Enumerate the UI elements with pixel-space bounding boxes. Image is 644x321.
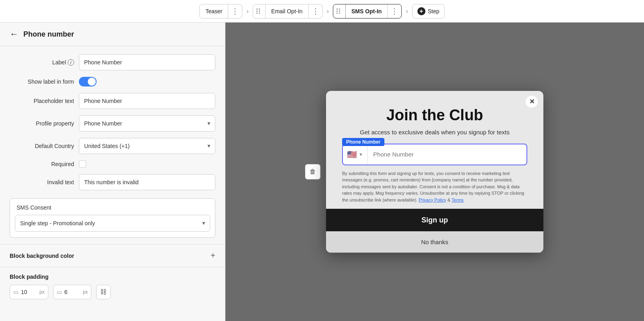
sms-optin-pill[interactable]: SMS Opt-In ⋮ xyxy=(333,4,402,19)
teaser-label: Teaser xyxy=(200,8,228,14)
sms-consent-box: SMS Consent Single step - Promotional on… xyxy=(10,198,215,238)
privacy-policy-link[interactable]: Privacy Policy xyxy=(419,198,446,202)
arrow-icon-2: › xyxy=(327,8,329,15)
label-info-icon[interactable]: i xyxy=(68,59,74,66)
modal-body-pad: By submitting this form and signing up f… xyxy=(326,170,543,204)
default-country-select[interactable]: United States (+1) Canada (+1) United Ki… xyxy=(79,138,215,154)
link-padding-button[interactable]: ⛓ xyxy=(96,285,111,299)
block-background-label: Block background color xyxy=(10,253,74,259)
modal-content: Join the Club Get access to exclusive de… xyxy=(326,91,543,165)
arrow-icon-1: › xyxy=(246,8,248,15)
panel-header: ← Phone number xyxy=(0,23,225,46)
email-optin-options-icon[interactable]: ⋮ xyxy=(308,4,322,18)
main-layout: ← Phone number Label i Show label in for… xyxy=(0,23,644,321)
vertical-padding-input[interactable] xyxy=(64,289,80,295)
modal-subtitle: Get access to exclusive deals when you s… xyxy=(342,129,527,136)
phone-input-wrapper: 🇺🇸 ▼ xyxy=(342,144,527,165)
preview-modal: ✕ Join the Club Get access to exclusive … xyxy=(326,91,543,253)
delete-phone-field-button[interactable]: 🗑 xyxy=(305,164,320,179)
profile-property-row: Profile property Phone Number Email Firs… xyxy=(10,115,215,132)
block-background-expand-icon[interactable]: + xyxy=(211,251,215,260)
terms-link[interactable]: Terms xyxy=(452,198,464,202)
add-step-circle-icon: + xyxy=(417,7,425,15)
modal-overlay: 🗑 ✕ Join the Club Get access to exclusiv… xyxy=(225,23,644,321)
vertical-padding-icon: ▭ xyxy=(57,289,62,295)
flag-chevron-icon: ▼ xyxy=(359,152,363,157)
label-row: Label i xyxy=(10,54,215,70)
modal-footer: Sign up No thanks xyxy=(326,209,543,253)
signup-button[interactable]: Sign up xyxy=(326,209,543,231)
vertical-padding-field: ▭ px xyxy=(53,285,92,299)
left-panel: ← Phone number Label i Show label in for… xyxy=(0,23,225,321)
vertical-padding-unit: px xyxy=(83,289,88,295)
padding-inputs: ▭ px ▭ px ⛓ xyxy=(10,285,215,299)
panel-title: Phone number xyxy=(23,30,74,39)
add-step-button[interactable]: + Step xyxy=(412,4,445,19)
placeholder-input[interactable] xyxy=(79,93,215,109)
block-background-section[interactable]: Block background color + xyxy=(0,244,225,267)
block-padding-label: Block padding xyxy=(10,274,215,280)
invalid-text-row: Invalid text xyxy=(10,174,215,190)
arrow-icon-3: › xyxy=(406,8,408,15)
required-label: Required xyxy=(10,161,74,167)
sms-optin-options-icon[interactable]: ⋮ xyxy=(387,4,401,18)
default-country-row: Default Country United States (+1) Canad… xyxy=(10,138,215,154)
consent-text: By submitting this form and signing up f… xyxy=(342,170,527,204)
horizontal-padding-field: ▭ px xyxy=(10,285,48,299)
invalid-text-label: Invalid text xyxy=(10,179,74,185)
required-row: Required xyxy=(10,160,215,168)
step-label: Step xyxy=(428,8,440,14)
link-padding-icon: ⛓ xyxy=(100,288,107,296)
placeholder-label: Placeholder text xyxy=(10,98,74,104)
horizontal-padding-unit: px xyxy=(39,289,45,295)
block-padding-section: Block padding ▭ px ▭ px ⛓ xyxy=(0,267,225,306)
no-thanks-button[interactable]: No thanks xyxy=(326,231,543,253)
top-bar: Teaser ⋮ › Email Opt-In ⋮ › SMS Opt-In ⋮… xyxy=(0,0,644,23)
sms-consent-select[interactable]: Single step - Promotional only Single st… xyxy=(15,215,210,232)
default-country-label: Default Country xyxy=(10,143,74,149)
sms-consent-select-wrapper: Single step - Promotional only Single st… xyxy=(15,215,210,232)
sms-optin-label: SMS Opt-In xyxy=(346,8,387,14)
teaser-options-icon[interactable]: ⋮ xyxy=(228,4,242,18)
teaser-pill[interactable]: Teaser ⋮ xyxy=(199,4,242,19)
phone-flag-select[interactable]: 🇺🇸 ▼ xyxy=(343,144,367,165)
us-flag-icon: 🇺🇸 xyxy=(347,150,357,159)
horizontal-padding-input[interactable] xyxy=(21,289,37,295)
profile-property-label: Profile property xyxy=(10,120,74,127)
profile-property-select[interactable]: Phone Number Email First Name xyxy=(79,115,215,132)
phone-field-container: Phone Number 🇺🇸 ▼ xyxy=(342,144,527,165)
required-checkbox[interactable] xyxy=(79,160,86,168)
right-panel: 🗑 ✕ Join the Club Get access to exclusiv… xyxy=(225,23,644,321)
sms-consent-header: SMS Consent xyxy=(10,199,215,215)
profile-property-select-wrapper: Phone Number Email First Name ▼ xyxy=(79,115,215,132)
drag-handle-sms[interactable] xyxy=(336,8,341,14)
show-label-toggle[interactable] xyxy=(79,77,97,86)
show-label-text: Show label in form xyxy=(10,78,74,85)
drag-handle-email[interactable] xyxy=(256,8,260,14)
label-field-label: Label i xyxy=(10,59,74,66)
trash-icon: 🗑 xyxy=(310,168,316,175)
modal-container: 🗑 ✕ Join the Club Get access to exclusiv… xyxy=(326,91,543,253)
invalid-text-input[interactable] xyxy=(79,174,215,190)
phone-field-label-chip: Phone Number xyxy=(342,138,384,146)
placeholder-row: Placeholder text xyxy=(10,93,215,109)
form-section: Label i Show label in form Placeholder t… xyxy=(0,46,225,198)
email-optin-label: Email Opt-In xyxy=(266,8,308,14)
default-country-select-wrapper: United States (+1) Canada (+1) United Ki… xyxy=(79,138,215,154)
modal-close-button[interactable]: ✕ xyxy=(526,96,538,108)
back-button[interactable]: ← xyxy=(10,29,19,39)
email-optin-pill[interactable]: Email Opt-In ⋮ xyxy=(253,4,323,19)
label-input[interactable] xyxy=(79,54,215,70)
phone-number-input[interactable] xyxy=(367,151,526,158)
modal-title: Join the Club xyxy=(342,107,527,124)
horizontal-padding-icon: ▭ xyxy=(13,289,19,295)
show-label-row: Show label in form xyxy=(10,77,215,86)
